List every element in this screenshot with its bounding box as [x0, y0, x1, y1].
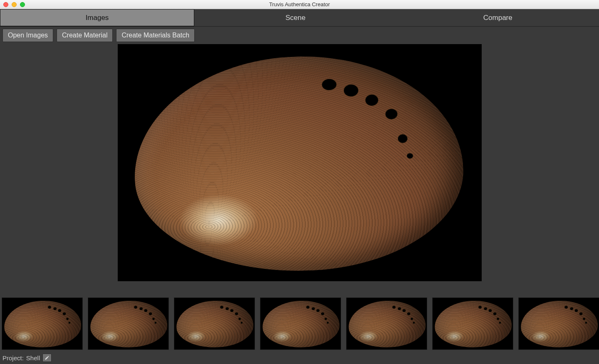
edit-project-name-button[interactable] — [42, 354, 52, 362]
tab-compare[interactable]: Compare — [397, 9, 599, 26]
thumbnail[interactable] — [174, 297, 255, 350]
toolbar: Open Images Create Material Create Mater… — [0, 27, 599, 44]
fullscreen-window-button[interactable] — [20, 2, 25, 7]
minimize-window-button[interactable] — [12, 2, 17, 7]
open-images-button[interactable]: Open Images — [2, 29, 53, 42]
thumbnail[interactable] — [346, 297, 427, 350]
create-material-button[interactable]: Create Material — [57, 29, 113, 42]
window-title: Truvis Authentica Creator — [0, 1, 599, 7]
project-label: Project: — [2, 354, 24, 362]
pencil-icon — [45, 354, 50, 362]
create-materials-batch-button[interactable]: Create Materials Batch — [116, 29, 195, 42]
thumbnail[interactable] — [260, 297, 341, 350]
main-image-preview[interactable] — [118, 44, 482, 281]
window-controls — [0, 2, 25, 7]
main-viewport — [0, 44, 599, 296]
tab-scene[interactable]: Scene — [194, 9, 397, 26]
main-tabbar: Images Scene Compare — [0, 9, 599, 27]
thumbnail-strip[interactable] — [0, 296, 599, 352]
close-window-button[interactable] — [3, 2, 8, 7]
thumbnail[interactable] — [432, 297, 513, 350]
status-bar: Project: Shell — [0, 352, 599, 364]
shell-image — [131, 51, 466, 276]
tab-images[interactable]: Images — [0, 9, 194, 26]
thumbnail[interactable] — [2, 297, 83, 350]
window-titlebar: Truvis Authentica Creator — [0, 0, 599, 9]
thumbnail[interactable] — [518, 297, 599, 350]
project-name: Shell — [26, 354, 40, 362]
thumbnail[interactable] — [88, 297, 169, 350]
